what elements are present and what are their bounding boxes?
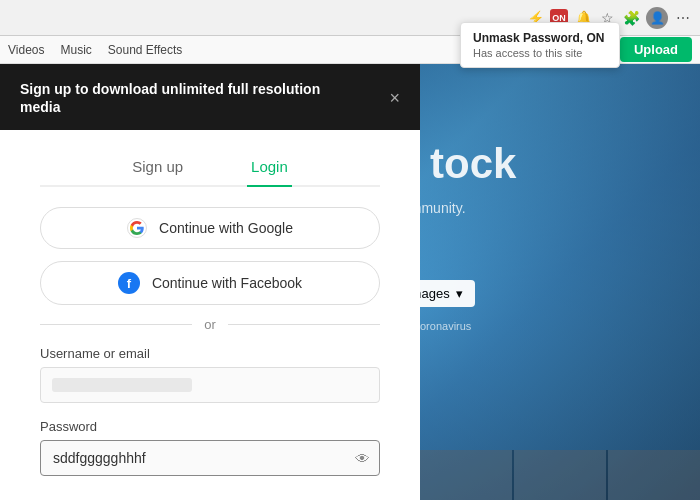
thumbnail-3 — [608, 450, 700, 500]
username-field-group: Username or email — [40, 346, 380, 403]
username-blur-mask — [52, 378, 192, 392]
thumbnail-1 — [420, 450, 512, 500]
continue-with-facebook-button[interactable]: f Continue with Facebook — [40, 261, 380, 305]
nav-tab-sound-effects[interactable]: Sound Effects — [108, 39, 183, 61]
thumbnail-bar — [420, 450, 700, 500]
password-input-wrapper: 👁 — [40, 440, 380, 476]
tooltip-subtitle: Has access to this site — [473, 47, 607, 59]
divider: or — [40, 317, 380, 332]
more-icon[interactable]: ⋯ — [674, 9, 692, 27]
unmask-password-tooltip: Unmask Password, ON Has access to this s… — [460, 22, 620, 68]
facebook-btn-label: Continue with Facebook — [152, 275, 302, 291]
auth-modal: Sign up to download unlimited full resol… — [0, 64, 420, 500]
facebook-icon: f — [118, 272, 140, 294]
auth-tabs: Sign up Login — [40, 150, 380, 187]
stock-text: tock — [430, 140, 516, 188]
password-field-group: Password 👁 — [40, 419, 380, 476]
nav-tab-videos[interactable]: Videos — [8, 39, 44, 61]
username-input-wrapper — [40, 367, 380, 403]
modal-header: Sign up to download unlimited full resol… — [0, 64, 420, 130]
user-icon[interactable]: 👤 — [646, 7, 668, 29]
puzzle-icon[interactable]: 🧩 — [622, 9, 640, 27]
nav-tab-music[interactable]: Music — [60, 39, 91, 61]
eye-icon[interactable]: 👁 — [355, 450, 370, 467]
tab-login[interactable]: Login — [247, 150, 292, 187]
password-label: Password — [40, 419, 380, 434]
modal-title: Sign up to download unlimited full resol… — [20, 80, 360, 116]
modal-body: Sign up Login Continue with Google f Con… — [0, 130, 420, 500]
divider-line-right — [228, 324, 380, 325]
upload-button[interactable]: Upload — [620, 37, 692, 62]
modal-close-button[interactable]: × — [389, 89, 400, 107]
continue-with-google-button[interactable]: Continue with Google — [40, 207, 380, 249]
tag-text: oronavirus — [420, 320, 471, 332]
divider-line-left — [40, 324, 192, 325]
tooltip-title: Unmask Password, ON — [473, 31, 607, 45]
google-icon — [127, 218, 147, 238]
password-input[interactable] — [40, 440, 380, 476]
thumbnail-2 — [514, 450, 606, 500]
tab-signup[interactable]: Sign up — [128, 150, 187, 187]
divider-text: or — [204, 317, 216, 332]
google-btn-label: Continue with Google — [159, 220, 293, 236]
username-label: Username or email — [40, 346, 380, 361]
